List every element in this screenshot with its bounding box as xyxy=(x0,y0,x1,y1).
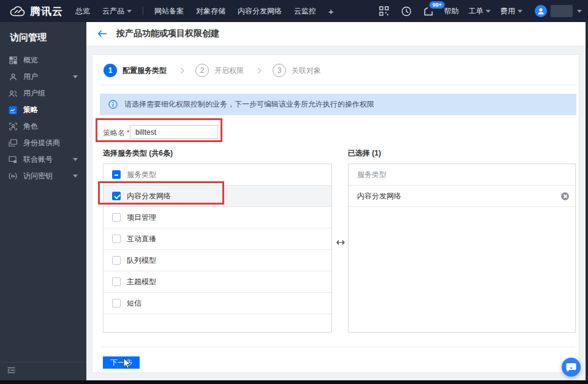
window-right-border xyxy=(586,22,588,380)
selected-listbox: 服务类型 内容分发网络 xyxy=(348,164,576,333)
billing-menu[interactable]: 费用 xyxy=(500,6,522,17)
sidebar-item-federated-accounts[interactable]: 联合账号 xyxy=(0,151,86,168)
chevron-down-icon xyxy=(73,158,78,161)
topbar-tab-website-icp[interactable]: 网站备案 xyxy=(148,0,190,22)
role-icon xyxy=(9,122,17,131)
policy-icon xyxy=(9,106,17,115)
sidebar-item-users[interactable]: 用户 xyxy=(0,69,86,85)
step-2-circle: 2 xyxy=(195,64,209,77)
list-item-interactive-live[interactable]: 互动直播 xyxy=(104,228,331,250)
step-indicator: 1 配置服务类型 2 开启权限 3 关联对象 xyxy=(104,61,321,80)
collapse-sidebar-icon[interactable] xyxy=(7,367,15,375)
step-separator-icon xyxy=(255,67,262,73)
step-separator-icon xyxy=(178,67,184,73)
project-management-checkbox[interactable] xyxy=(112,213,121,222)
notification-badge: 99+ xyxy=(429,1,445,9)
list-item-topic-model[interactable]: 主题模型 xyxy=(104,271,331,293)
step-1-circle: 1 xyxy=(104,64,117,77)
sidebar: 访问管理 概览 用户 用户组 策略 角色 身份提供商 联合账号 xyxy=(0,22,86,380)
topbar-tab-object-storage[interactable]: 对象存储 xyxy=(190,0,232,22)
sidebar-item-roles[interactable]: 角色 xyxy=(0,118,86,135)
sidebar-item-overview[interactable]: 概览 xyxy=(0,52,86,69)
step-2-enable-permissions: 2 开启权限 xyxy=(195,64,244,77)
topic-model-checkbox[interactable] xyxy=(112,277,121,286)
clock-icon[interactable] xyxy=(401,6,412,17)
sidebar-item-policies[interactable]: 策略 xyxy=(0,102,86,118)
add-tab-button[interactable]: + xyxy=(322,6,340,17)
person-icon xyxy=(537,7,545,15)
user-avatar[interactable] xyxy=(535,5,547,17)
select-all-row[interactable]: 服务类型 xyxy=(104,164,331,186)
chevron-down-icon xyxy=(486,10,491,13)
remove-icon[interactable] xyxy=(561,192,569,200)
message-center-icon[interactable]: 99+ xyxy=(424,7,434,16)
selected-item-cdn: 内容分发网络 xyxy=(349,186,575,207)
grid-icon xyxy=(9,56,17,65)
list-item-cdn[interactable]: 内容分发网络 xyxy=(104,186,331,207)
policy-name-label: 策略名* xyxy=(103,128,130,138)
back-button[interactable] xyxy=(97,30,107,37)
queue-model-checkbox[interactable] xyxy=(112,256,121,265)
interactive-live-checkbox[interactable] xyxy=(112,235,121,243)
federated-account-icon xyxy=(9,156,17,164)
selected-list-title: 已选择 (1) xyxy=(348,148,381,159)
chevron-down-icon xyxy=(127,10,132,13)
topbar: 腾讯云 总览 云产品 网站备案 对象存储 内容分发网络 云监控 + 99+ 帮助… xyxy=(0,0,588,22)
service-type-list-title: 选择服务类型 (共6条) xyxy=(103,148,173,159)
window-bottom-border xyxy=(0,380,588,384)
tencent-cloud-logo[interactable]: 腾讯云 xyxy=(10,4,63,18)
service-type-listbox: 服务类型 内容分发网络 项目管理 互动直播 队列模型 xyxy=(103,164,332,333)
topbar-tab-cdn[interactable]: 内容分发网络 xyxy=(232,0,288,22)
policy-name-input[interactable] xyxy=(130,125,218,139)
chevron-down-icon xyxy=(73,175,78,178)
console-window: 腾讯云 总览 云产品 网站备案 对象存储 内容分发网络 云监控 + 99+ 帮助… xyxy=(0,0,588,384)
list-item-queue-model[interactable]: 队列模型 xyxy=(104,250,331,271)
page-title: 按产品功能或项目权限创建 xyxy=(116,28,219,39)
sidebar-footer-divider xyxy=(0,362,86,363)
selected-header-row: 服务类型 xyxy=(349,164,575,186)
cdn-checkbox[interactable] xyxy=(112,192,121,200)
create-policy-card: 1 配置服务类型 2 开启权限 3 关联对象 请选择需要细化权限控制的业务，下一… xyxy=(92,55,579,372)
select-all-checkbox[interactable] xyxy=(112,170,121,179)
page-header: 按产品功能或项目权限创建 xyxy=(86,22,586,45)
access-key-icon xyxy=(9,172,17,181)
swap-arrows-icon xyxy=(336,239,345,247)
topbar-divider xyxy=(143,7,143,15)
qr-scan-icon[interactable] xyxy=(379,6,389,16)
identity-provider-icon xyxy=(9,139,17,148)
users-icon xyxy=(9,89,17,98)
sidebar-item-user-groups[interactable]: 用户组 xyxy=(0,85,86,102)
main-content: 按产品功能或项目权限创建 1 配置服务类型 2 开启权限 3 关联对象 xyxy=(86,22,586,380)
topbar-nav-overview[interactable]: 总览 xyxy=(69,0,96,22)
chevron-down-icon xyxy=(73,75,78,78)
topbar-tab-cloud-monitor[interactable]: 云监控 xyxy=(288,0,322,22)
required-mark: * xyxy=(127,129,130,137)
user-icon xyxy=(9,73,17,81)
list-item-project-management[interactable]: 项目管理 xyxy=(104,207,331,228)
next-step-button[interactable]: 下一步 xyxy=(103,356,140,369)
back-arrow-icon xyxy=(97,30,107,37)
list-item-sms[interactable]: 短信 xyxy=(104,293,331,314)
sms-checkbox[interactable] xyxy=(112,299,121,307)
sidebar-item-identity-providers[interactable]: 身份提供商 xyxy=(0,135,86,151)
ticket-menu[interactable]: 工单 xyxy=(469,6,491,17)
account-name-redacted[interactable] xyxy=(551,5,573,17)
topbar-nav-cloud-products[interactable]: 云产品 xyxy=(96,0,138,22)
info-banner-text: 请选择需要细化权限控制的业务，下一步可编辑该业务所允许执行的操作权限 xyxy=(124,99,374,110)
chat-support-button[interactable] xyxy=(562,358,581,377)
info-banner: 请选择需要细化权限控制的业务，下一步可编辑该业务所允许执行的操作权限 xyxy=(100,94,576,115)
cloud-logo-icon xyxy=(10,6,26,17)
sidebar-title: 访问管理 xyxy=(0,22,86,52)
brand-text: 腾讯云 xyxy=(30,4,63,18)
step-3-associate-objects: 3 关联对象 xyxy=(273,64,321,77)
chevron-down-icon xyxy=(518,10,522,13)
sidebar-item-access-keys[interactable]: 访问密钥 xyxy=(0,168,86,184)
step-1-configure-service-type: 1 配置服务类型 xyxy=(104,64,167,77)
chat-bubble-icon xyxy=(566,363,576,372)
step-3-circle: 3 xyxy=(273,64,286,77)
account-chevron-down-icon[interactable] xyxy=(577,10,582,13)
info-icon xyxy=(108,100,118,109)
card-footer-divider xyxy=(101,347,575,347)
help-link[interactable]: 帮助 xyxy=(444,6,459,17)
steps-divider xyxy=(101,85,576,85)
